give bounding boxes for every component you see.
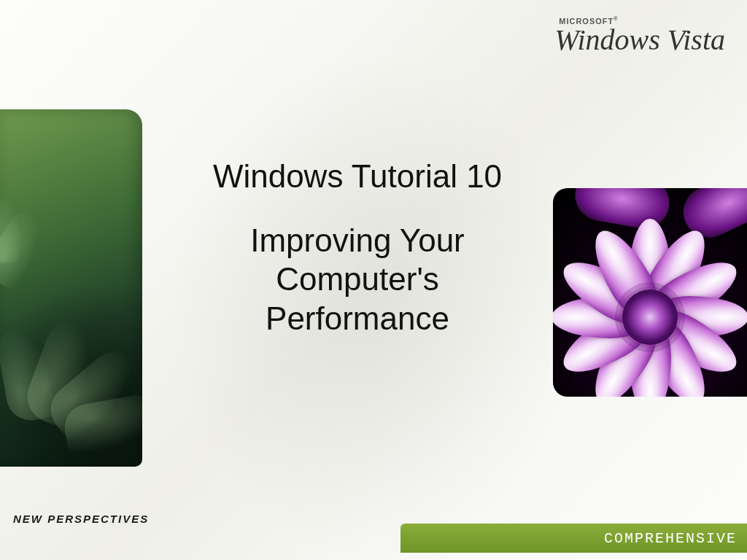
title-line-2: Improving Your xyxy=(168,221,547,260)
footer-label: COMPREHENSIVE xyxy=(604,530,737,547)
flower-icon xyxy=(650,317,651,318)
brand-block: MICROSOFT® Windows Vista xyxy=(554,16,725,57)
right-decorative-panel xyxy=(553,188,747,397)
leaf-icon xyxy=(0,192,22,262)
title-gap xyxy=(168,196,547,221)
title-block: Windows Tutorial 10 Improving Your Compu… xyxy=(168,157,547,338)
brand-registered: ® xyxy=(614,16,618,21)
left-decorative-panel xyxy=(0,109,142,467)
brand-large: Windows Vista xyxy=(554,23,725,57)
tagline: NEW PERSPECTIVES xyxy=(13,513,149,525)
flower-core-icon xyxy=(622,289,678,345)
slide: MICROSOFT® Windows Vista Windows Tutoria… xyxy=(0,0,747,560)
title-line-1: Windows Tutorial 10 xyxy=(168,157,547,196)
footer-bar: COMPREHENSIVE xyxy=(400,524,747,553)
title-line-3: Computer's xyxy=(168,260,547,299)
title-line-4: Performance xyxy=(168,299,547,338)
